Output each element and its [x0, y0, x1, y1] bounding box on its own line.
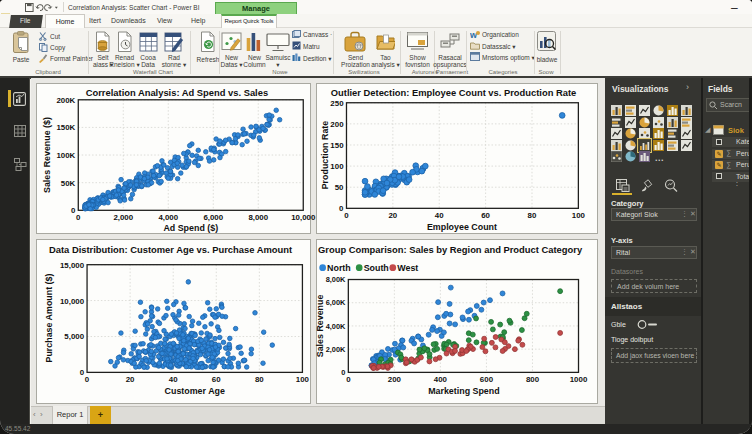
svg-text:60: 60 — [212, 375, 221, 384]
svg-text:100K: 100K — [56, 151, 75, 160]
svg-text:15,000: 15,000 — [60, 261, 85, 270]
svg-text:6,00K: 6,00K — [326, 298, 346, 307]
svg-text:100: 100 — [330, 162, 344, 171]
svg-text:Sales Revenue ($): Sales Revenue ($) — [42, 117, 52, 193]
svg-text:600: 600 — [480, 375, 494, 384]
svg-text:Customer Age: Customer Age — [165, 386, 225, 396]
svg-text:10,000: 10,000 — [291, 213, 316, 222]
svg-text:4,000: 4,000 — [158, 213, 178, 222]
svg-text:8,000: 8,000 — [248, 213, 268, 222]
svg-text:80: 80 — [255, 375, 264, 384]
svg-text:20: 20 — [126, 375, 135, 384]
svg-text:Sales Revenue: Sales Revenue — [315, 295, 325, 358]
svg-text:80: 80 — [528, 211, 537, 220]
svg-text:60: 60 — [481, 211, 490, 220]
svg-text:150K: 150K — [56, 123, 75, 132]
svg-text:Data Distribution: Customer Ag: Data Distribution: Customer Age vs. Purc… — [49, 245, 292, 255]
svg-text:Correlation Analysis: Ad Spend: Correlation Analysis: Ad Spend vs. Sales — [86, 88, 268, 98]
svg-text:0: 0 — [339, 204, 344, 213]
svg-text:Marketing Spend: Marketing Spend — [428, 386, 500, 396]
svg-text:200: 200 — [388, 375, 402, 384]
svg-text:250: 250 — [330, 99, 344, 108]
svg-text:Ad Spend ($): Ad Spend ($) — [163, 223, 218, 233]
svg-text:8,00K: 8,00K — [326, 275, 346, 284]
svg-text:0: 0 — [341, 368, 345, 377]
svg-text:40: 40 — [435, 211, 444, 220]
svg-text:400: 400 — [434, 375, 448, 384]
svg-text:200K: 200K — [56, 96, 75, 105]
svg-text:4,00K: 4,00K — [326, 322, 346, 331]
svg-text:North: North — [327, 263, 351, 273]
svg-text:0: 0 — [80, 368, 85, 377]
svg-text:100: 100 — [572, 211, 586, 220]
svg-text:Outlier Detection: Employee Co: Outlier Detection: Employee Count vs. Pr… — [331, 88, 576, 98]
svg-text:Employee Count: Employee Count — [427, 222, 497, 232]
svg-text:100: 100 — [296, 375, 310, 384]
svg-text:10,000: 10,000 — [60, 297, 85, 306]
svg-text:0: 0 — [344, 211, 349, 220]
svg-text:2,00K: 2,00K — [326, 345, 346, 354]
svg-text:0: 0 — [85, 375, 90, 384]
svg-text:Group Comparison: Sales by Reg: Group Comparison: Sales by Region and Pr… — [318, 245, 583, 255]
svg-text:800: 800 — [526, 375, 540, 384]
svg-text:5,000: 5,000 — [64, 332, 84, 341]
svg-text:0: 0 — [76, 213, 81, 222]
svg-text:West: West — [397, 263, 418, 273]
svg-text:1000: 1000 — [570, 375, 588, 384]
svg-text:2,000: 2,000 — [113, 213, 133, 222]
svg-text:150: 150 — [330, 141, 344, 150]
svg-text:South: South — [364, 263, 389, 273]
svg-text:50K: 50K — [61, 179, 76, 188]
svg-text:6,000: 6,000 — [203, 213, 223, 222]
svg-text:40: 40 — [169, 375, 178, 384]
svg-text:0: 0 — [71, 206, 76, 215]
svg-text:200: 200 — [330, 120, 344, 129]
svg-text:Purchase Amount ($): Purchase Amount ($) — [44, 274, 54, 363]
svg-text:50: 50 — [335, 183, 344, 192]
svg-text:20: 20 — [388, 211, 397, 220]
svg-text:0: 0 — [346, 375, 351, 384]
svg-text:Production Rate: Production Rate — [320, 121, 330, 190]
